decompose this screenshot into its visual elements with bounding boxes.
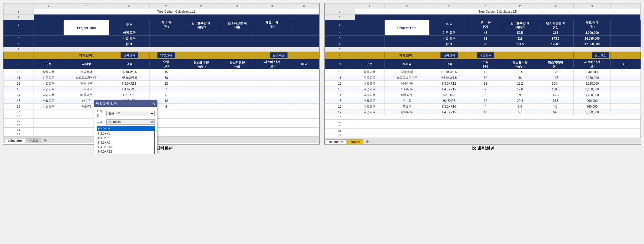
tab-add-b[interactable]: ⊕	[364, 139, 371, 144]
app-title-b: Tree-Carbon-Calculator v1.5	[355, 9, 640, 15]
btn-carbon-calc-a[interactable]: 탄소계산	[270, 52, 288, 58]
panel-b-label: b: 출력화면	[471, 146, 494, 151]
row-5: 5 낙엽 교목	[4, 36, 319, 41]
col-H-b: H	[611, 4, 641, 9]
dropdown-option[interactable]: H4.0XR10	[97, 145, 154, 149]
dialog-spec-select[interactable]: H2.0XR4	[106, 119, 155, 125]
project-title-a: Project Title	[64, 20, 109, 36]
dropdown-option[interactable]: H4.0XR15	[97, 154, 154, 154]
table-row: 13 낙엽교목 느티나무 H4.0XR15 7	[4, 86, 319, 92]
th-carbon-abs-a: 탄소흡수량(kg/yr)	[183, 59, 219, 69]
col-G-b: G	[573, 4, 610, 9]
row-1: 1 Tree-Carbon-Calculator v1.5	[4, 9, 319, 15]
tab-calculator-b[interactable]: calculator	[326, 139, 347, 144]
dropdown-option[interactable]: H2.5XR5	[97, 131, 154, 136]
table-row: 14 낙엽교목 배롱나무 H2.5XR8 6	[4, 92, 319, 98]
dialog-material-label: 자재명	[97, 109, 105, 118]
row-6: 6 합 계	[4, 41, 319, 47]
table-row: 15 낙엽교목 산수유 H2.5XR6 12	[4, 98, 319, 104]
table-row: 13 낙엽교목 느티나무 H4.0XR15 7 12.6 136.5 3,150…	[325, 86, 641, 92]
col-B: B	[64, 4, 109, 9]
col-gubun-a: 구 분	[109, 20, 149, 30]
tab-bar-b: calculator Notice ⊕	[325, 138, 641, 144]
corner-cell-b	[325, 4, 355, 9]
col-H: H	[289, 4, 319, 9]
dialog-spec-field: 규격 H2.0XR4	[97, 119, 155, 125]
table-row: 11 상록교목 스트로브잣나무 H3.0XW1.5 30 36 195 2,16…	[325, 75, 641, 81]
tab-calculator-a[interactable]: calculator	[5, 138, 25, 143]
row-7: 7	[4, 47, 319, 52]
toolbar-label-a: 자재입력 :	[79, 54, 94, 57]
row-2: 2	[4, 15, 319, 20]
th-gubun-a: 구분	[34, 59, 64, 69]
table-row: 19	[4, 119, 319, 123]
dropdown-spec-list[interactable]: H2.0XR4 H2.5XR5 H3.0XR6 H3.5XR8 H4.0XR10…	[97, 126, 155, 154]
dialog-material-select[interactable]: 팥배나무	[106, 111, 155, 116]
dialog-close-btn[interactable]: ✕	[152, 102, 155, 106]
col-F-b: F	[538, 4, 573, 9]
dropdown-option[interactable]: H4.0XR12	[97, 149, 154, 154]
btn-carbon-calc-b[interactable]: 탄소계산	[592, 52, 609, 58]
col-D-b: D	[469, 4, 502, 9]
col-carbon-abs-a: 탄소흡수량 계(kg/yr)	[183, 20, 219, 30]
btn-nakyup-b[interactable]: 낙엽교목	[477, 52, 494, 58]
row-7-b: 7	[325, 47, 641, 52]
row-5-b: 5 낙엽 교목 51 119 943.3 14,550,000	[325, 36, 641, 41]
btn-nakyup-a[interactable]: 낙엽교목	[157, 52, 175, 58]
col-A-b: A	[355, 4, 385, 9]
table-row: 12 낙엽교목 계수나무 H3.0XR12 12	[4, 81, 319, 86]
table-row: 18	[325, 115, 641, 120]
btn-sangrok-b[interactable]: 상록교목	[440, 52, 458, 58]
dialog-title: 낙엽교목 입력	[96, 101, 117, 106]
dialog-material-field: 자재명 팥배나무	[97, 109, 155, 118]
tab-bar-a: calculator Notice ⊕	[3, 137, 319, 143]
panel-a: A B C D E F G H 1 Tree-Carbon-Calculator	[3, 3, 320, 145]
col-C-b: C	[429, 4, 469, 9]
dropdown-option[interactable]: H2.0XR4	[97, 127, 154, 131]
table-row: 22	[325, 133, 641, 138]
col-A: A	[34, 4, 64, 9]
row-4-b: 4 상록 교목 45 52.5 315 3,000,000	[325, 30, 641, 36]
table-row: 14 낙엽교목 배롱나무 H2.5XR8 6 9 45.6 1,260,000	[325, 92, 641, 98]
row-1-b: 1 Tree-Carbon-Calculator v1.5	[325, 9, 641, 15]
corner-cell	[4, 4, 34, 9]
row-9-tbl-header-b: 9 구분 자재명 규격 수량(주) 탄소흡수량(kg/yr) 탄소저장량(kg)…	[325, 59, 641, 69]
summary-row-nakyup-label-a: 낙엽 교목	[109, 36, 149, 41]
th-note-a: 비고	[289, 59, 319, 69]
col-carbon-store-a: 탄소저장량 계(kg)	[219, 20, 255, 30]
th-qty-a: 수량(주)	[149, 59, 183, 69]
dialog-nakyup-input: 낙엽교목 입력 ✕ 자재명 팥배나무 규격 H2.0XR4 H2.0XR4 H2…	[94, 100, 157, 154]
tab-add-a[interactable]: ⊕	[42, 138, 49, 143]
dropdown-option[interactable]: H3.5XR8	[97, 140, 154, 145]
th-unit-cost-a: 재료비 단가(원)	[255, 59, 289, 69]
col-F: F	[219, 4, 255, 9]
col-B-b: B	[385, 4, 429, 9]
table-row: 21	[4, 128, 319, 132]
dropdown-option[interactable]: H3.0XR6	[97, 136, 154, 140]
row-9-tbl-header-a: 9 구분 자재명 규격 수량(주) 탄소흡수량(kg/yr) 탄소저장량(kg)…	[4, 59, 319, 69]
col-total-qty-a: 총 수량(주)	[149, 20, 183, 30]
table-row: 10 상록교목 서양측백 H2.0XW0.6 15 16.5 120 840,0…	[325, 69, 641, 75]
spreadsheet-a: A B C D E F G H 1 Tree-Carbon-Calculator	[3, 3, 319, 137]
th-carbon-store-a: 탄소저장량(kg)	[219, 59, 255, 69]
col-D: D	[149, 4, 183, 9]
tab-notice-b[interactable]: Notice	[347, 139, 363, 144]
table-row: 20	[325, 124, 641, 129]
panel-b: A B C D E F G H 1 Tree-Carbon-Calculator…	[324, 3, 641, 145]
col-material-cost-a: 재료비 계(원)	[255, 20, 289, 30]
row-3: 3 Project Title 구 분 총 수량(주) 탄소흡수량 계(kg/y…	[4, 20, 319, 30]
table-row: 21	[325, 129, 641, 133]
table-row: 16 낙엽교목 쪽동백 H3.0XR10 4	[4, 104, 319, 109]
table-row: 16 낙엽교목 쪽동백 H3.0XR10 4 6.8 40 760,000	[325, 104, 641, 109]
table-row: 11 상록교목 스트로브잣나무 H3.0XW1.5 30	[4, 75, 319, 81]
table-row: 12 낙엽교목 계수나무 H3.0XR12 12 13.2 104.4 3,12…	[325, 81, 641, 86]
app-title-a: Tree-Carbon-Calculator v1.5	[34, 9, 319, 15]
tab-notice-a[interactable]: Notice	[26, 138, 41, 143]
table-row: 19	[325, 120, 641, 124]
col-C: C	[109, 4, 149, 9]
btn-sangrok-a[interactable]: 상록교목	[121, 52, 138, 58]
row-6-b: 6 합 계 96 171.5 1258.3 17,550,000	[325, 41, 641, 47]
project-title-b: Project Title	[385, 20, 429, 36]
dialog-spec-label: 규격	[97, 120, 105, 124]
th-spec-a: 규격	[109, 59, 149, 69]
